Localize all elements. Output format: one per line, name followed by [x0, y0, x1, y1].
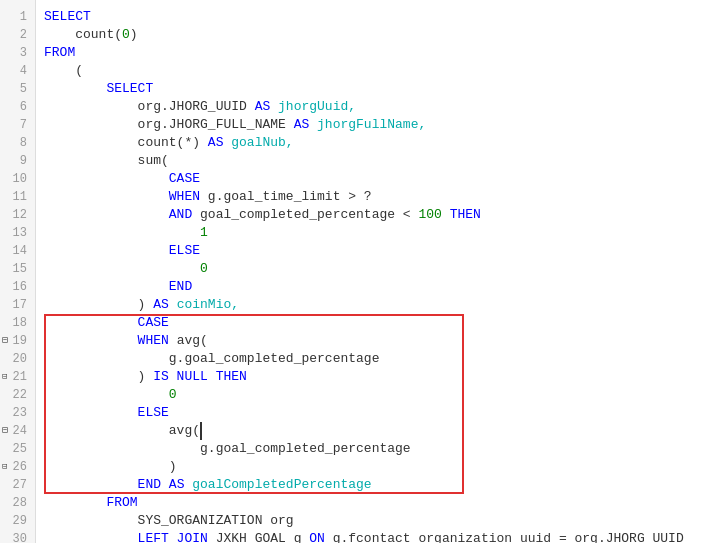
code-line-15: 0: [44, 260, 703, 278]
code-line-27: END AS goalCompletedPercentage: [44, 476, 703, 494]
code-line-14: ELSE: [44, 242, 703, 260]
line-number-28: 28: [0, 494, 35, 512]
code-line-22: 0: [44, 386, 703, 404]
code-line-29: SYS_ORGANIZATION org: [44, 512, 703, 530]
line-number-14: 14: [0, 242, 35, 260]
code-line-9: sum(: [44, 152, 703, 170]
code-line-23: ELSE: [44, 404, 703, 422]
code-line-12: AND goal_completed_percentage < 100 THEN: [44, 206, 703, 224]
line-number-5: 5: [0, 80, 35, 98]
line-number-10: 10: [0, 170, 35, 188]
code-line-20: g.goal_completed_percentage: [44, 350, 703, 368]
line-number-1: 1: [0, 8, 35, 26]
line-number-8: 8: [0, 134, 35, 152]
line-number-16: 16: [0, 278, 35, 296]
code-line-1: SELECT: [44, 8, 703, 26]
line-number-6: 6: [0, 98, 35, 116]
line-number-2: 2: [0, 26, 35, 44]
line-number-23: 23: [0, 404, 35, 422]
line-number-21: ⊟21: [0, 368, 35, 386]
line-number-4: 4: [0, 62, 35, 80]
code-line-26: ): [44, 458, 703, 476]
code-line-3: FROM: [44, 44, 703, 62]
line-number-17: 17: [0, 296, 35, 314]
code-line-30: LEFT JOIN JXKH_GOAL g ON g.fcontact_orga…: [44, 530, 703, 543]
line-number-29: 29: [0, 512, 35, 530]
code-line-2: count(0): [44, 26, 703, 44]
line-number-12: 12: [0, 206, 35, 224]
line-number-18: 18: [0, 314, 35, 332]
code-line-11: WHEN g.goal_time_limit > ?: [44, 188, 703, 206]
line-number-25: 25: [0, 440, 35, 458]
code-line-21: ) IS NULL THEN: [44, 368, 703, 386]
code-line-7: org.JHORG_FULL_NAME AS jhorgFullName,: [44, 116, 703, 134]
code-line-18: CASE: [44, 314, 703, 332]
line-number-19: ⊟19: [0, 332, 35, 350]
code-editor: 123456789101112131415161718⊟1920⊟212223⊟…: [0, 0, 703, 543]
code-line-28: FROM: [44, 494, 703, 512]
line-number-13: 13: [0, 224, 35, 242]
line-number-11: 11: [0, 188, 35, 206]
code-line-10: CASE: [44, 170, 703, 188]
line-number-9: 9: [0, 152, 35, 170]
code-line-16: END: [44, 278, 703, 296]
line-number-27: 27: [0, 476, 35, 494]
line-numbers: 123456789101112131415161718⊟1920⊟212223⊟…: [0, 0, 36, 543]
code-line-6: org.JHORG_UUID AS jhorgUuid,: [44, 98, 703, 116]
line-number-22: 22: [0, 386, 35, 404]
line-number-24: ⊟24: [0, 422, 35, 440]
line-number-26: ⊟26: [0, 458, 35, 476]
code-content[interactable]: SELECT count(0)FROM ( SELECT org.JHORG_U…: [36, 0, 703, 543]
code-line-24: avg(: [44, 422, 703, 440]
code-line-19: WHEN avg(: [44, 332, 703, 350]
line-number-20: 20: [0, 350, 35, 368]
line-number-30: 30: [0, 530, 35, 543]
code-line-17: ) AS coinMio,: [44, 296, 703, 314]
code-line-13: 1: [44, 224, 703, 242]
code-line-8: count(*) AS goalNub,: [44, 134, 703, 152]
code-line-5: SELECT: [44, 80, 703, 98]
line-number-3: 3: [0, 44, 35, 62]
code-line-4: (: [44, 62, 703, 80]
code-line-25: g.goal_completed_percentage: [44, 440, 703, 458]
line-number-7: 7: [0, 116, 35, 134]
line-number-15: 15: [0, 260, 35, 278]
